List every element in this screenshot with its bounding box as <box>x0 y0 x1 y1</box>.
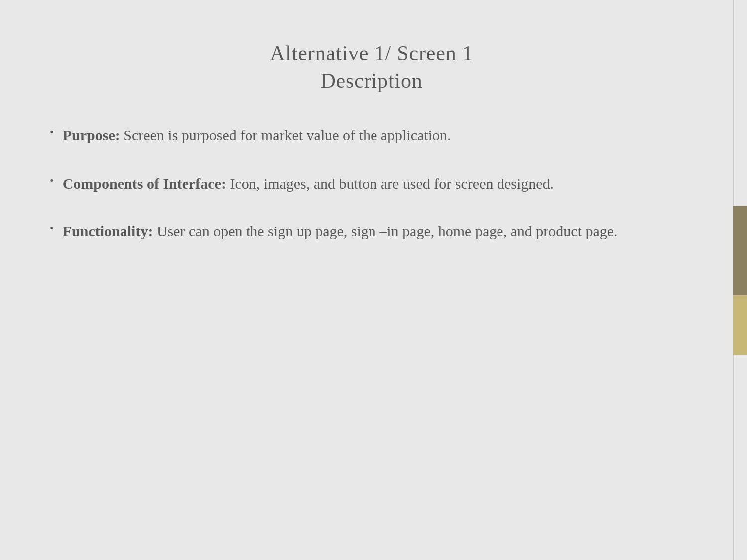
bullet-item-functionality: • Functionality: User can open the sign … <box>50 220 693 243</box>
right-sidebar <box>733 0 747 560</box>
title-line1: Alternative 1/ Screen 1 <box>50 40 693 67</box>
bullet-dot-components: • <box>50 174 54 187</box>
bullet-item-purpose: • Purpose: Screen is purposed for market… <box>50 124 693 147</box>
sidebar-bottom <box>733 355 747 560</box>
bullet-text-purpose: Purpose: Screen is purposed for market v… <box>63 124 451 147</box>
bullet-item-components: • Components of Interface: Icon, images,… <box>50 172 693 196</box>
sidebar-accent-top <box>733 206 747 295</box>
bullet-body-functionality: User can open the sign up page, sign –in… <box>153 223 617 239</box>
sidebar-top <box>733 0 747 206</box>
bullet-body-purpose: Screen is purposed for market value of t… <box>120 127 451 143</box>
bullet-body-components: Icon, images, and button are used for sc… <box>226 175 554 192</box>
title-line2: Description <box>50 67 693 95</box>
title-section: Alternative 1/ Screen 1 Description <box>50 30 693 94</box>
bullet-label-functionality: Functionality: <box>63 223 153 239</box>
bullet-text-functionality: Functionality: User can open the sign up… <box>63 220 618 243</box>
bullet-label-components: Components of Interface: <box>63 175 226 192</box>
main-content: Alternative 1/ Screen 1 Description • Pu… <box>0 0 733 560</box>
bullet-dot-functionality: • <box>50 222 54 235</box>
sidebar-accent-bottom <box>733 295 747 355</box>
bullet-list: • Purpose: Screen is purposed for market… <box>50 124 693 530</box>
bullet-label-purpose: Purpose: <box>63 127 120 143</box>
bullet-dot-purpose: • <box>50 126 54 139</box>
bullet-text-components: Components of Interface: Icon, images, a… <box>63 172 554 196</box>
